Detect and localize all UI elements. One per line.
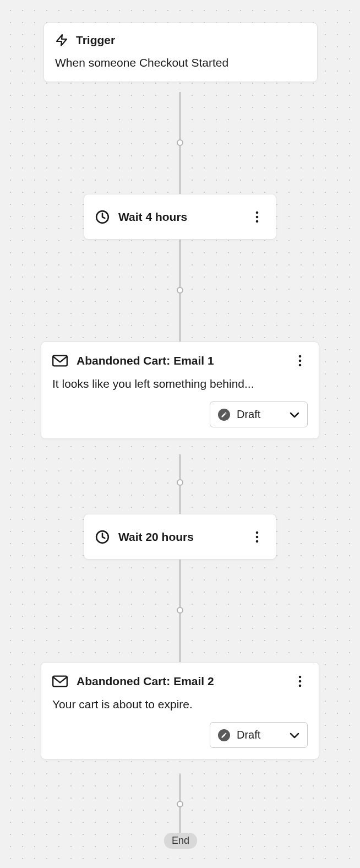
connector-dot [177,287,183,294]
email-subject: Your cart is about to expire. [52,698,308,711]
email-step-card[interactable]: Abandoned Cart: Email 1 It looks like yo… [41,341,319,439]
trigger-description: When someone Checkout Started [55,56,306,69]
wait-label: Wait 4 hours [118,210,249,224]
connector-dot [177,139,183,146]
wait-step-card[interactable]: Wait 4 hours [84,194,276,240]
svg-point-16 [299,685,302,687]
status-label: Draft [237,408,283,421]
svg-point-3 [256,215,259,218]
envelope-icon [52,675,68,687]
svg-point-11 [256,535,259,538]
svg-point-4 [256,220,259,223]
svg-point-6 [299,355,302,358]
connector-dot [177,801,183,807]
svg-marker-0 [57,35,67,46]
more-vertical-icon [255,211,259,223]
svg-point-12 [256,540,259,542]
connector-dot [177,479,183,486]
status-dropdown[interactable]: Draft [210,402,308,427]
wait-step-card[interactable]: Wait 20 hours [84,514,276,560]
clock-icon [95,530,110,544]
envelope-icon [52,355,68,367]
svg-point-8 [299,364,302,367]
pencil-circle-icon [218,729,230,741]
end-badge: End [164,833,197,849]
chevron-down-icon [290,732,299,739]
more-vertical-icon [298,355,302,367]
status-label: Draft [237,729,283,741]
trigger-title: Trigger [76,34,115,47]
svg-rect-13 [53,676,67,687]
email-step-card[interactable]: Abandoned Cart: Email 2 Your cart is abo… [41,662,319,760]
more-menu-button[interactable] [292,674,308,689]
more-menu-button[interactable] [292,353,308,368]
more-vertical-icon [255,531,259,543]
svg-rect-5 [53,356,67,366]
svg-point-14 [299,676,302,679]
svg-point-7 [299,360,302,362]
more-menu-button[interactable] [249,209,265,225]
status-dropdown[interactable]: Draft [210,722,308,748]
email-subject: It looks like you left something behind.… [52,377,308,390]
pencil-circle-icon [218,409,230,421]
email-title: Abandoned Cart: Email 1 [77,354,292,367]
connector-dot [177,607,183,614]
chevron-down-icon [290,411,299,418]
lightning-icon [55,33,68,47]
svg-point-2 [256,211,259,214]
svg-point-10 [256,531,259,534]
more-menu-button[interactable] [249,529,265,545]
clock-icon [95,210,110,224]
svg-point-15 [299,680,302,683]
more-vertical-icon [298,675,302,687]
wait-label: Wait 20 hours [118,530,249,544]
email-title: Abandoned Cart: Email 2 [77,675,292,688]
trigger-card[interactable]: Trigger When someone Checkout Started [43,23,318,82]
